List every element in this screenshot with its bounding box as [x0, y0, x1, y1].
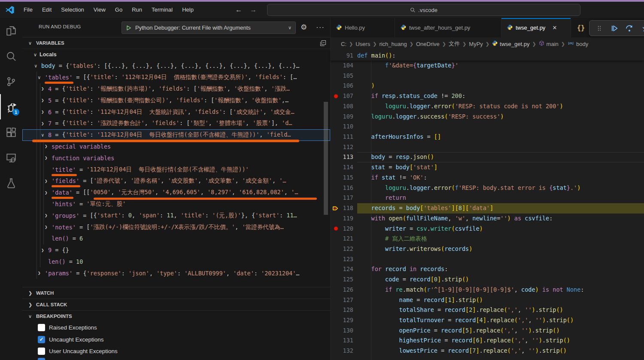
code-line-104[interactable]: 104 f'&date={targetDate}' [331, 61, 644, 71]
sidebar-scrollbar[interactable] [324, 102, 328, 215]
breakpoint-icon[interactable] [334, 227, 338, 231]
code-line-109[interactable]: 109 loguru.logger.success('RESP: success… [331, 112, 644, 122]
line-number[interactable]: 104 [331, 61, 357, 71]
breadcrumb-item-twse_getpy[interactable]: twse_get.py [492, 40, 529, 47]
line-number[interactable]: 131 [331, 336, 357, 346]
chevron-right-icon[interactable]: ❯ [45, 190, 52, 195]
tab-twse_get-py[interactable]: twse_get.py✕ [501, 18, 571, 37]
chevron-right-icon[interactable]: ❯ [38, 270, 45, 276]
variable-row[interactable]: len() = 10 [22, 256, 330, 268]
line-number[interactable]: 122 [331, 244, 357, 254]
more-actions-icon[interactable]: ··· [316, 22, 325, 33]
checkbox-checked[interactable]: ✓ [38, 336, 45, 343]
code-line-110[interactable]: 110 [331, 122, 644, 132]
breadcrumb-item-OneDrive[interactable]: OneDrive [416, 41, 440, 47]
checkbox-unchecked[interactable] [38, 324, 45, 331]
variables-section-header[interactable]: ∨ VARIABLES [22, 37, 330, 49]
variable-row[interactable]: ❯special variables [22, 141, 330, 153]
code-line-130[interactable]: 130 openPrice = record[5].replace(',', '… [331, 326, 644, 336]
line-number[interactable]: 109 [331, 112, 357, 122]
code-line-111[interactable]: 111 afterHoursInfos = [] [331, 132, 644, 142]
line-number[interactable]: 125 [331, 275, 357, 285]
start-debug-icon[interactable] [126, 25, 132, 31]
line-number[interactable]: 123 [331, 254, 357, 265]
code-line-126[interactable]: 126 if re.match(r'^[1-9][0-9][0-9][0-9]$… [331, 285, 644, 295]
chevron-right-icon[interactable]: ❯ [41, 247, 48, 253]
activity-item-search[interactable] [0, 43, 22, 69]
line-number[interactable]: 107 [331, 91, 357, 101]
chevron-down-icon[interactable]: ∨ [38, 75, 45, 80]
chevron-right-icon[interactable]: ❯ [45, 224, 52, 230]
chevron-down-icon[interactable]: ∨ [34, 63, 41, 69]
breadcrumb-item-[interactable]: 文件 [449, 40, 460, 48]
code-line-112[interactable]: 112 [331, 142, 644, 153]
breakpoint-option-row[interactable]: User Uncaught Exceptions [22, 345, 330, 357]
line-number[interactable]: 115 [331, 173, 357, 183]
breakpoint-option-row[interactable]: Raised Exceptions [22, 322, 330, 334]
watch-section-header[interactable]: ❯ WATCH [22, 287, 330, 299]
activity-item-remote-explorer[interactable] [0, 145, 22, 170]
line-number[interactable]: 129 [331, 315, 357, 326]
menu-view[interactable]: View [89, 2, 110, 18]
breakpoints-section-header[interactable]: ∨ BREAKPOINTS [22, 310, 330, 322]
line-number[interactable]: 126 [331, 285, 357, 295]
menu-run[interactable]: Run [127, 2, 147, 18]
menu-edit[interactable]: Edit [37, 2, 56, 18]
line-number[interactable]: 114 [331, 162, 357, 173]
menu-terminal[interactable]: Terminal [147, 2, 177, 18]
variable-row[interactable]: ❯'notes' = ['漲跌(+/-)欄位符號說明:+/-/X表示漲/跌/不比… [22, 221, 330, 233]
menu-go[interactable]: Go [110, 2, 127, 18]
line-number[interactable]: 108 [331, 101, 357, 112]
breadcrumb-item-main[interactable]: main [539, 40, 559, 47]
code-line-123[interactable]: 123 [331, 254, 644, 265]
line-number[interactable]: 128 [331, 305, 357, 315]
breadcrumb-item-MyPy[interactable]: MyPy [469, 41, 483, 47]
activity-item-explorer[interactable] [0, 18, 22, 43]
variable-row[interactable]: ❯function variables [22, 152, 330, 164]
activity-item-run-and-debug[interactable]: 1 [0, 94, 22, 119]
variable-row[interactable]: ❯9 = {} [22, 244, 330, 256]
launch-config-dropdown[interactable]: Python Debugger: Current File with Argum… [122, 21, 296, 34]
code-line-132[interactable]: 132 lowestPrice = record[7].replace(',',… [331, 346, 644, 356]
line-number[interactable]: 124 [331, 264, 357, 275]
code-line-120[interactable]: 120 writer = csv.writer(csvfile) [331, 224, 644, 234]
code-line-116[interactable]: 116 loguru.logger.error(f'RESP: body.sta… [331, 183, 644, 193]
code-line-127[interactable]: 127 name = record[1].strip() [331, 295, 644, 305]
code-line-106[interactable]: 106 ) [331, 81, 644, 91]
code-line-122[interactable]: 122 writer.writerows(records) [331, 244, 644, 254]
activity-item-testing[interactable] [0, 170, 22, 195]
variable-row[interactable]: ❯'data' = [['0050', '元大台灣50', '4,696,605… [22, 187, 330, 198]
tab-Hello-py[interactable]: Hello.py [331, 18, 395, 37]
variable-row[interactable]: len() = 6 [22, 233, 330, 244]
line-number[interactable]: 112 [331, 142, 357, 153]
code-line-129[interactable]: 129 totalTurnover = record[4].replace(',… [331, 315, 644, 326]
menu-help[interactable]: Help [177, 2, 198, 18]
chevron-right-icon[interactable]: ❯ [45, 213, 52, 218]
activity-item-extensions[interactable] [0, 119, 22, 145]
continue-icon[interactable] [608, 22, 621, 35]
code-line-118[interactable]: 118 records = body['tables'][8]['data'] [331, 203, 644, 214]
line-number[interactable]: 117 [331, 193, 357, 203]
chevron-right-icon[interactable]: ❯ [45, 178, 52, 184]
code-line-125[interactable]: 125 code = record[0].strip() [331, 275, 644, 285]
step-over-icon[interactable] [623, 22, 636, 35]
code-line-124[interactable]: 124 for record in records: [331, 264, 644, 275]
code-line-128[interactable]: 128 totalShare = record[2].replace(',', … [331, 305, 644, 315]
collapse-all-icon[interactable] [320, 40, 326, 47]
sticky-scroll-line[interactable]: 91def main(): [331, 50, 644, 61]
close-icon[interactable]: ✕ [552, 24, 557, 31]
code-line-107[interactable]: 107 if resp.status_code != 200: [331, 91, 644, 101]
code-line-113[interactable]: 113 body = resp.json() [331, 152, 644, 162]
line-number[interactable]: 132 [331, 346, 357, 356]
line-number[interactable]: 111 [331, 132, 357, 142]
line-number[interactable]: 113 [331, 152, 357, 162]
breakpoint-option-row[interactable]: ✓Uncaught Exceptions [22, 334, 330, 346]
braces-icon[interactable]: {} [577, 24, 585, 32]
chevron-right-icon[interactable]: ❯ [41, 121, 48, 126]
code-line-105[interactable]: 105 [331, 71, 644, 81]
step-into-icon[interactable] [638, 22, 644, 35]
line-number[interactable]: 106 [331, 81, 357, 91]
variable-row[interactable]: ❯5 = {'title': '報酬指數(臺灣指數公司)', 'fields':… [22, 95, 330, 106]
variable-row[interactable]: ∨body = {'tables': [{...}, {...}, {...},… [22, 60, 330, 72]
variable-row[interactable]: 'title' = '112年12月04日 每日收盤行情(全部(不含權證、牛熊證… [22, 164, 330, 175]
